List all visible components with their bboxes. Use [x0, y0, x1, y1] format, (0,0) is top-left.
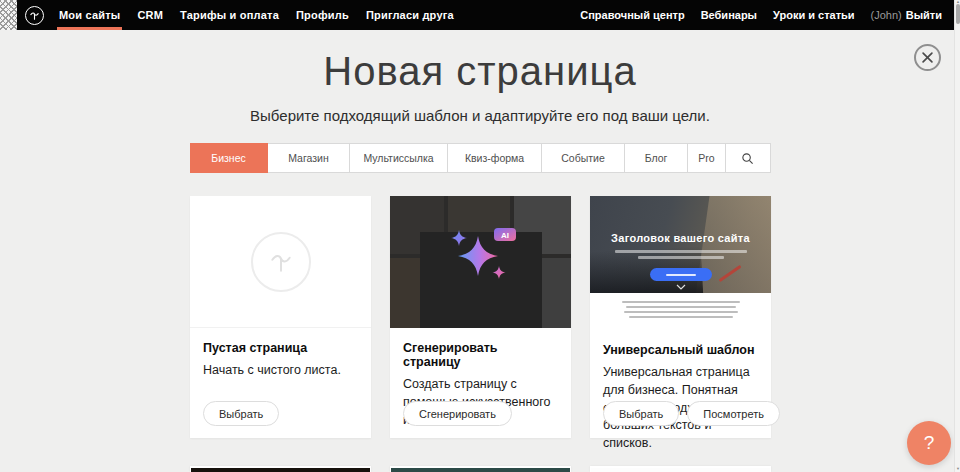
nav-plans[interactable]: Тарифы и оплата	[180, 0, 279, 30]
tab-business[interactable]: Бизнес	[190, 143, 268, 173]
tab-search[interactable]	[726, 144, 769, 172]
ai-badge: AI	[494, 228, 516, 241]
nav-my-sites[interactable]: Мои сайты	[59, 0, 120, 30]
nav-webinars[interactable]: Вебинары	[701, 0, 757, 30]
choose-universal-button[interactable]: Выбрать	[603, 401, 679, 426]
nav-lessons[interactable]: Уроки и статьи	[773, 0, 855, 30]
preview-heading: Заголовок вашего сайта	[611, 232, 750, 244]
card-actions: Выбрать	[203, 401, 279, 426]
template-hero-preview: Заголовок вашего сайта	[590, 196, 771, 293]
template-card-ai-generate: AI Сгенерировать страницу Создать страни…	[390, 196, 571, 438]
next-row-thumbnail	[191, 468, 370, 472]
tab-pro[interactable]: Pro	[688, 144, 726, 172]
nav-help-center[interactable]: Справочный центр	[580, 0, 684, 30]
card-actions: Выбрать Посмотреть	[603, 401, 780, 426]
card-title: Универсальный шаблон	[603, 343, 758, 357]
card-body: Пустая страница Начать с чистого листа.	[190, 328, 371, 380]
tab-multilink[interactable]: Мультиссылка	[350, 144, 448, 172]
secondary-nav: Справочный центр Вебинары Уроки и статьи…	[580, 0, 942, 30]
question-mark-icon: ?	[924, 432, 935, 454]
preview-subtext-line	[638, 256, 724, 259]
blank-page-thumbnail[interactable]	[190, 196, 371, 328]
search-icon	[741, 152, 754, 165]
next-row-card[interactable]	[190, 466, 371, 472]
card-title: Пустая страница	[203, 341, 358, 355]
tilda-logo-watermark-icon	[251, 232, 311, 292]
tab-blog[interactable]: Блог	[625, 144, 688, 172]
template-card-blank-page: Пустая страница Начать с чистого листа. …	[190, 196, 371, 438]
background-pattern	[0, 0, 17, 30]
generate-page-button[interactable]: Сгенерировать	[403, 401, 512, 426]
preview-subtext-line	[615, 250, 747, 253]
topbar: Мои сайты CRM Тарифы и оплата Профиль Пр…	[0, 0, 960, 30]
card-title: Сгенерировать страницу	[403, 341, 558, 369]
page-title: Новая страница	[0, 49, 960, 94]
chevron-down-icon	[676, 284, 686, 290]
card-description: Начать с чистого листа.	[203, 362, 358, 380]
tab-event[interactable]: Событие	[542, 144, 625, 172]
scrollbar-thumb[interactable]	[956, 4, 960, 24]
next-row-card[interactable]	[390, 466, 571, 472]
tab-quiz-form[interactable]: Квиз-форма	[448, 144, 542, 172]
choose-blank-page-button[interactable]: Выбрать	[203, 401, 279, 426]
tab-store[interactable]: Магазин	[268, 144, 350, 172]
template-card-universal: Заголовок вашего сайта Универсальный шаб…	[590, 196, 771, 438]
main-nav: Мои сайты CRM Тарифы и оплата Профиль Пр…	[59, 0, 454, 30]
page-scrollbar[interactable]: ▲ ▼	[954, 0, 960, 472]
ai-generate-thumbnail[interactable]: AI	[390, 196, 571, 328]
template-category-tabs: Бизнес Магазин Мультиссылка Квиз-форма С…	[190, 143, 771, 173]
nav-crm[interactable]: CRM	[137, 0, 163, 30]
svg-text:AI: AI	[501, 231, 509, 240]
preview-cta-button	[650, 268, 712, 281]
preview-text-section	[590, 293, 771, 330]
preview-paragraph-line	[626, 306, 736, 308]
card-actions: Сгенерировать	[403, 401, 512, 426]
next-row-card[interactable]	[590, 466, 771, 472]
preview-universal-button[interactable]: Посмотреть	[687, 401, 780, 426]
close-dialog-button[interactable]	[914, 44, 941, 71]
user-name: (John)	[871, 9, 902, 21]
next-row-thumbnail	[591, 468, 770, 472]
next-row-thumbnail	[391, 468, 570, 472]
nav-profile[interactable]: Профиль	[296, 0, 349, 30]
nav-invite-friend[interactable]: Пригласи друга	[366, 0, 454, 30]
logout-link[interactable]: Выйти	[906, 0, 942, 30]
preview-paragraph-line	[622, 301, 740, 303]
ai-sparkle-icon: AI	[442, 228, 520, 296]
page-subtitle: Выберите подходящий шаблон и адаптируйте…	[0, 107, 960, 124]
scroll-down-arrow-icon[interactable]: ▼	[955, 467, 960, 471]
help-button[interactable]: ?	[907, 421, 951, 465]
tilda-logo-icon[interactable]	[25, 6, 44, 25]
card-body: Универсальный шаблон Универсальная стран…	[590, 330, 771, 453]
preview-paragraph-line	[624, 311, 738, 313]
universal-template-thumbnail[interactable]: Заголовок вашего сайта	[590, 196, 771, 330]
preview-paragraph-line	[629, 316, 733, 318]
hero-content: Заголовок вашего сайта	[590, 196, 771, 293]
close-icon	[922, 52, 933, 63]
